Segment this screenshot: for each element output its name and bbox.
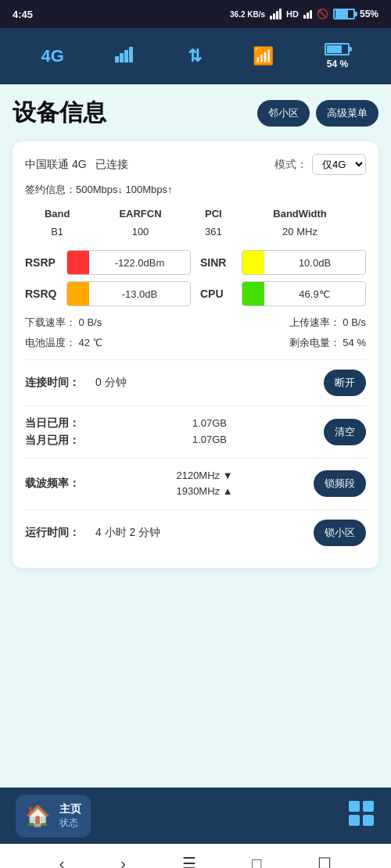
svg-rect-2 [124, 50, 128, 63]
band-table: Band EARFCN PCI BandWidth B1 100 361 20 … [25, 206, 366, 241]
info-card: 中国联通 4G 已连接 模式： 仅4G 签约信息：500Mbps↓ 100Mbp… [13, 141, 378, 568]
carrier-label: 中国联通 4G 已连接 [25, 158, 128, 172]
recent-apps-button[interactable]: ☐ [317, 854, 332, 868]
band-header: Band [27, 208, 88, 223]
signal-bars2-icon [303, 10, 312, 19]
cpu-value: 46.9℃ [264, 288, 365, 300]
battery-percent: 55% [360, 9, 378, 20]
back-button[interactable]: ‹ [59, 855, 65, 869]
wifi-status-icon: 🚫 [317, 9, 328, 20]
rsrp-label: RSRP [25, 256, 60, 269]
pci-value: 361 [193, 224, 234, 239]
home-icon: 🏠 [25, 804, 50, 828]
remaining-power: 剩余电量： 54 % [289, 336, 366, 350]
page-title: 设备信息 [13, 97, 106, 129]
header-buttons: 邻小区 高级菜单 [257, 100, 378, 127]
conn-time-value: 0 分钟 [95, 376, 324, 390]
signal-strength-icon [115, 45, 137, 67]
svg-rect-0 [115, 56, 119, 63]
home-text-group: 主页 状态 [59, 802, 81, 830]
home-area[interactable]: 🏠 主页 状态 [16, 795, 91, 838]
carrier-name: 中国联通 4G [25, 158, 87, 170]
time-display: 4:45 [13, 9, 33, 20]
bandwidth-header: BandWidth [235, 208, 364, 223]
menu-button[interactable]: ☰ [182, 854, 196, 868]
upload-speed: 上传速率： 0 B/s [289, 316, 366, 330]
android-nav: ‹ › ☰ □ ☐ ☰ ○ ‹ [0, 844, 391, 868]
rsrp-value: -122.0dBm [89, 257, 190, 269]
rsrq-label: RSRQ [25, 288, 60, 300]
neighbor-cell-button[interactable]: 邻小区 [257, 100, 310, 127]
usage-labels: 当日已用： 当月已用： [25, 416, 80, 448]
nav-item-battery[interactable]: 54 % [325, 43, 350, 70]
subscription-info: 签约信息：500Mbps↓ 100Mbps↑ [25, 184, 173, 195]
rsrp-sinr-row: RSRP -122.0dBm SINR 10.0dB [25, 250, 366, 275]
download-speed: 下载速率： 0 B/s [25, 316, 102, 330]
svg-rect-5 [363, 801, 374, 812]
carrier-freq-values: 2120MHz ▼ 1930MHz ▲ [176, 468, 232, 501]
cpu-label: CPU [200, 288, 235, 300]
daily-value: 1.07GB [192, 416, 227, 432]
usage-row: 当日已用： 当月已用： 1.07GB 1.07GB 清空 [25, 405, 366, 458]
lock-cell-button[interactable]: 锁小区 [314, 520, 366, 546]
forward-button[interactable]: › [120, 855, 126, 869]
rsrq-cpu-row: RSRQ -13.0dB CPU 46.9℃ [25, 281, 366, 306]
sinr-color-bar [242, 251, 264, 274]
runtime-label: 运行时间： [25, 526, 80, 540]
battery-nav-icon [325, 43, 350, 55]
4g-icon: 4G [41, 46, 64, 66]
nav-item-transfer[interactable]: ⇅ [188, 46, 202, 66]
band-value: B1 [27, 224, 88, 239]
cpu-group: CPU 46.9℃ [200, 281, 366, 306]
page-header: 设备信息 邻小区 高级菜单 [13, 97, 378, 129]
carrier-freq-up: 1930MHz ▲ [176, 484, 232, 500]
runtime-row: 运行时间： 4 小时 2 分钟 锁小区 [25, 509, 366, 555]
mode-selector[interactable]: 仅4G [312, 154, 366, 175]
apps-icon[interactable] [347, 799, 375, 833]
home-sub-label: 状态 [59, 816, 81, 830]
status-right: 36.2 KB/s HD 🚫 55% [230, 9, 378, 20]
sinr-group: SINR 10.0dB [200, 250, 366, 275]
status-bar: 4:45 36.2 KB/s HD 🚫 55% [0, 0, 391, 28]
carrier-freq-label: 载波频率： [25, 477, 80, 491]
speed-display: 36.2 KB/s [230, 10, 265, 19]
rsrq-color-bar [67, 282, 89, 305]
svg-rect-6 [349, 815, 360, 826]
bandwidth-value: 20 MHz [235, 224, 364, 239]
connection-row: 中国联通 4G 已连接 模式： 仅4G [25, 154, 366, 175]
earfcn-value: 100 [89, 224, 191, 239]
carrier-freq-down: 2120MHz ▼ [176, 468, 232, 484]
disconnect-button[interactable]: 断开 [324, 370, 366, 396]
connection-time-row: 连接时间： 0 分钟 断开 [25, 359, 366, 405]
clear-button[interactable]: 清空 [324, 419, 366, 445]
home-main-label: 主页 [59, 802, 81, 816]
signal-bars-icon [270, 9, 282, 20]
sinr-value: 10.0dB [264, 257, 365, 269]
rsrq-group: RSRQ -13.0dB [25, 281, 191, 306]
cpu-box: 46.9℃ [242, 281, 366, 306]
nav-item-wifi[interactable]: 📶 [253, 46, 274, 66]
carrier-freq-row: 载波频率： 2120MHz ▼ 1930MHz ▲ 锁频段 [25, 458, 366, 510]
rsrp-box: -122.0dBm [66, 250, 191, 275]
svg-rect-4 [349, 801, 360, 812]
rsrq-box: -13.0dB [66, 281, 191, 306]
earfcn-header: EARFCN [89, 208, 191, 223]
sinr-box: 10.0dB [242, 250, 366, 275]
runtime-value: 4 小时 2 分钟 [95, 526, 314, 540]
monthly-label: 当月已用： [25, 434, 80, 448]
main-content: 设备信息 邻小区 高级菜单 中国联通 4G 已连接 模式： 仅4G 签约信息：5… [0, 84, 391, 788]
battery-temp: 电池温度： 42 ℃ [25, 336, 102, 350]
nav-item-4g[interactable]: 4G [41, 46, 64, 66]
svg-rect-7 [363, 815, 374, 826]
sinr-label: SINR [200, 256, 235, 269]
svg-rect-1 [120, 53, 124, 63]
network-type-icon: HD [286, 9, 299, 19]
temp-row: 电池温度： 42 ℃ 剩余电量： 54 % [25, 336, 366, 350]
cpu-color-bar [242, 282, 264, 305]
advanced-menu-button[interactable]: 高级菜单 [316, 100, 378, 127]
lock-band-button[interactable]: 锁频段 [314, 470, 366, 497]
nav-item-signal[interactable] [115, 45, 137, 67]
pci-header: PCI [193, 208, 234, 223]
battery-nav-label: 54 % [327, 59, 348, 70]
system-home-button[interactable]: □ [252, 855, 261, 869]
